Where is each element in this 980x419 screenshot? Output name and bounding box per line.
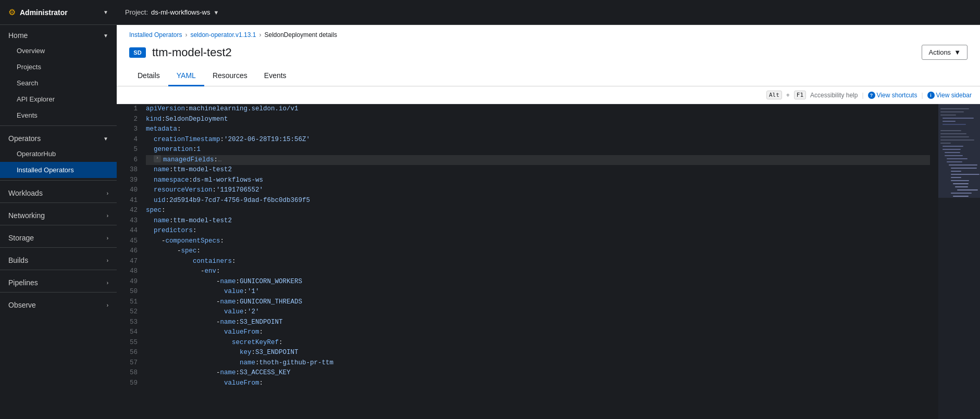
shortcut-alt: Alt xyxy=(766,91,782,99)
sidebar-item-overview[interactable]: Overview xyxy=(0,43,117,59)
code-line-50: value: '1' xyxy=(146,287,930,297)
divider-6 xyxy=(0,270,117,270)
section-home: Home ▼ Overview Projects Search API Expl… xyxy=(0,25,117,123)
code-line-41: uid: 2d5914b9-7cd7-4756-9dad-f6bc0db369f… xyxy=(146,196,930,206)
sidebar: ⚙ Administrator ▼ Home ▼ Overview Projec… xyxy=(0,0,117,419)
section-operators-header[interactable]: Operators ▼ xyxy=(0,128,117,146)
page-header-left: SD ttm-model-test2 xyxy=(129,46,232,59)
section-storage: Storage › xyxy=(0,227,117,245)
sidebar-item-projects[interactable]: Projects xyxy=(0,59,117,75)
code-line-6: › managedFields: … xyxy=(146,155,930,166)
topbar-project: Project: ds-ml-workflows-ws ▼ xyxy=(125,8,219,16)
admin-chevron: ▼ xyxy=(103,9,108,15)
accessibility-help-label: Accessibility help xyxy=(810,92,858,99)
code-line-40: resourceVersion: '1191706552' xyxy=(146,185,930,196)
sidebar-item-api-explorer[interactable]: API Explorer xyxy=(0,91,117,107)
minimap xyxy=(938,104,980,419)
section-observe-label: Observe xyxy=(8,301,36,309)
section-storage-header[interactable]: Storage › xyxy=(0,227,117,245)
code-editor[interactable]: 1 2 3 4 5 6 38 39 40 41 42 43 44 45 46 4… xyxy=(117,104,980,419)
divider-2 xyxy=(0,180,117,181)
divider-7 xyxy=(0,292,117,293)
code-line-39: namespace: ds-ml-workflows-ws xyxy=(146,175,930,186)
section-builds: Builds › xyxy=(0,250,117,268)
svg-rect-29 xyxy=(938,104,980,198)
breadcrumb-sep-2: › xyxy=(259,31,261,39)
page-header: SD ttm-model-test2 Actions ▼ xyxy=(117,43,980,66)
section-operators-label: Operators xyxy=(8,134,41,143)
code-line-43: name: ttm-model-test2 xyxy=(146,216,930,226)
breadcrumb-installed-operators[interactable]: Installed Operators xyxy=(129,31,182,39)
divider-5 xyxy=(0,247,117,248)
storage-chevron: › xyxy=(107,235,108,241)
project-label: Project: xyxy=(125,8,148,16)
home-chevron: ▼ xyxy=(103,33,108,39)
code-line-59: valueFrom: xyxy=(146,378,930,389)
sidebar-item-search[interactable]: Search xyxy=(0,75,117,91)
code-line-44: predictors: xyxy=(146,226,930,236)
section-pipelines-header[interactable]: Pipelines › xyxy=(0,272,117,290)
yaml-code: apiVersion: machinelearning.seldon.io/v1… xyxy=(142,104,938,419)
code-line-45: - componentSpecs: xyxy=(146,236,930,247)
section-observe-header[interactable]: Observe › xyxy=(0,295,117,312)
project-name: ds-ml-workflows-ws xyxy=(151,8,210,16)
page-content: Installed Operators › seldon-operator.v1… xyxy=(117,25,980,419)
observe-chevron: › xyxy=(107,302,108,308)
section-builds-header[interactable]: Builds › xyxy=(0,250,117,268)
tab-resources[interactable]: Resources xyxy=(204,66,256,86)
code-line-56: key: S3_ENDPOINT xyxy=(146,348,930,358)
code-line-47: containers: xyxy=(146,257,930,267)
section-networking-header[interactable]: Networking › xyxy=(0,205,117,223)
actions-chevron-icon: ▼ xyxy=(954,48,961,56)
project-dropdown-icon[interactable]: ▼ xyxy=(213,9,219,16)
builds-chevron: › xyxy=(107,258,108,263)
sidebar-item-operatorhub[interactable]: OperatorHub xyxy=(0,146,117,162)
toolbar-sep-1: | xyxy=(862,92,863,99)
admin-icon: ⚙ xyxy=(8,7,16,17)
breadcrumb-current: SeldonDeployment details xyxy=(264,31,337,39)
resource-badge: SD xyxy=(129,47,146,58)
section-home-header[interactable]: Home ▼ xyxy=(0,25,117,43)
page-title: ttm-model-test2 xyxy=(152,46,232,59)
code-line-5: generation: 1 xyxy=(146,145,930,155)
view-sidebar-link[interactable]: i View sidebar xyxy=(927,92,972,99)
sidebar-item-installed-operators[interactable]: Installed Operators xyxy=(0,162,117,178)
tabs: Details YAML Resources Events xyxy=(117,66,980,86)
minimap-svg xyxy=(938,104,980,416)
code-line-48: - env: xyxy=(146,266,930,277)
sidebar-item-events[interactable]: Events xyxy=(0,107,117,123)
code-line-55: secretKeyRef: xyxy=(146,338,930,348)
shortcut-f1: F1 xyxy=(794,91,806,99)
code-line-1: apiVersion: machinelearning.seldon.io/v1 xyxy=(146,104,930,115)
workloads-chevron: › xyxy=(107,191,108,196)
admin-title: Administrator xyxy=(20,8,99,17)
view-shortcuts-link[interactable]: ? View shortcuts xyxy=(868,92,917,99)
code-line-52: value: '2' xyxy=(146,307,930,318)
view-sidebar-icon: i xyxy=(927,92,935,99)
section-pipelines: Pipelines › xyxy=(0,272,117,290)
operators-chevron: ▼ xyxy=(103,136,108,142)
tab-yaml[interactable]: YAML xyxy=(168,66,204,86)
section-operators: Operators ▼ OperatorHub Installed Operat… xyxy=(0,128,117,178)
topbar: Project: ds-ml-workflows-ws ▼ xyxy=(117,0,980,25)
code-line-3: metadata: xyxy=(146,124,930,135)
sidebar-admin-header[interactable]: ⚙ Administrator ▼ xyxy=(0,0,117,25)
breadcrumb-seldon-operator[interactable]: seldon-operator.v1.13.1 xyxy=(190,31,256,39)
code-line-42: spec: xyxy=(146,206,930,216)
section-networking-label: Networking xyxy=(8,211,45,220)
code-line-57: name: thoth-github-pr-ttm xyxy=(146,358,930,369)
code-line-51: - name: GUNICORN_THREADS xyxy=(146,297,930,308)
tab-details[interactable]: Details xyxy=(129,66,168,86)
toolbar-sep-2: | xyxy=(921,92,923,99)
actions-button[interactable]: Actions ▼ xyxy=(922,45,967,60)
fold-icon-6[interactable]: › xyxy=(154,155,161,162)
code-line-38: name: ttm-model-test2 xyxy=(146,165,930,175)
code-line-46: - spec: xyxy=(146,246,930,257)
code-line-54: valueFrom: xyxy=(146,327,930,338)
code-toolbar: Alt + F1 Accessibility help | ? View sho… xyxy=(117,86,980,104)
section-pipelines-label: Pipelines xyxy=(8,278,38,287)
section-workloads-label: Workloads xyxy=(8,189,43,197)
section-workloads-header[interactable]: Workloads › xyxy=(0,183,117,200)
divider-1 xyxy=(0,125,117,126)
tab-events[interactable]: Events xyxy=(256,66,295,86)
